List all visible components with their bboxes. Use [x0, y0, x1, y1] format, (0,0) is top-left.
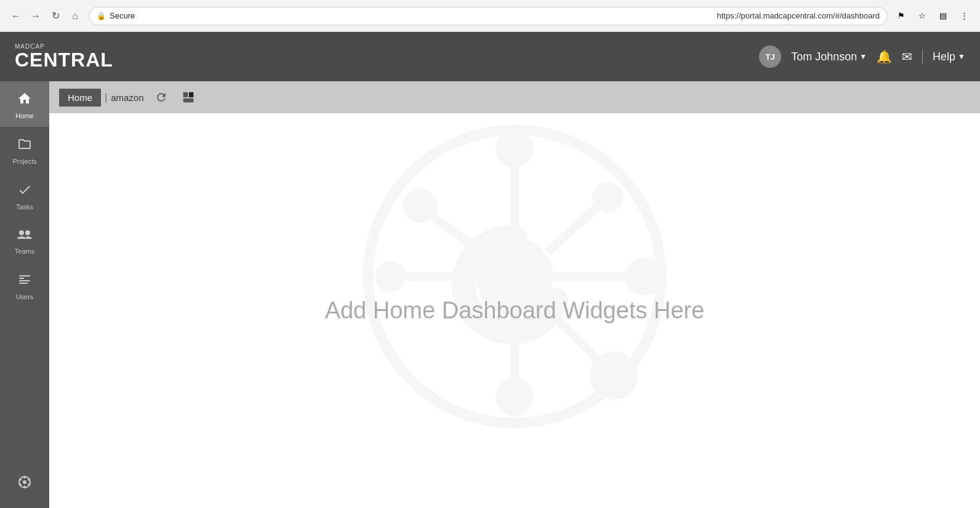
svg-point-24	[625, 257, 663, 296]
dashboard-content: Add Home Dashboard Widgets Here	[49, 113, 980, 508]
svg-point-26	[590, 351, 638, 399]
content-area: Home | amazon	[49, 81, 980, 508]
notification-bell-button[interactable]: 🔔	[877, 49, 892, 64]
svg-point-13	[19, 478, 22, 481]
sidebar-item-teams[interactable]: Teams	[0, 218, 49, 262]
svg-rect-3	[19, 278, 24, 279]
svg-point-30	[403, 188, 437, 223]
sidebar-item-home[interactable]: Home	[0, 81, 49, 127]
address-url: Secure	[110, 11, 713, 20]
svg-line-29	[433, 216, 484, 255]
sidebar-item-users[interactable]: Users	[0, 262, 49, 308]
sidebar-item-projects[interactable]: Projects	[0, 127, 49, 172]
svg-rect-2	[19, 275, 30, 276]
watermark-logo	[342, 113, 687, 449]
tasks-icon	[17, 182, 32, 201]
svg-point-12	[19, 483, 22, 486]
svg-point-20	[496, 130, 534, 168]
back-button[interactable]: ←	[7, 7, 25, 25]
user-name-label: Tom Johnson	[791, 50, 857, 63]
svg-rect-5	[19, 283, 28, 284]
bookmark-button[interactable]: ⚑	[893, 7, 910, 25]
svg-rect-14	[183, 92, 188, 97]
sidebar-projects-label: Projects	[12, 158, 37, 165]
address-url-text: https://portal.madcapcentral.com/#/dashb…	[717, 11, 880, 20]
brand-madcap: madcap	[15, 44, 113, 50]
content-header: Home | amazon	[49, 81, 980, 113]
users-icon	[17, 272, 32, 291]
svg-point-28	[496, 378, 534, 416]
svg-line-21	[547, 208, 596, 252]
browser-chrome: ← → ↻ ⌂ 🔒 Secure https://portal.madcapce…	[0, 0, 980, 32]
sidebar-tasks-label: Tasks	[16, 203, 33, 211]
brand: madcap CENTRAL	[15, 44, 113, 70]
sidebar-item-tasks[interactable]: Tasks	[0, 172, 49, 218]
edit-layout-button[interactable]	[179, 87, 198, 107]
svg-point-1	[25, 230, 30, 235]
svg-rect-16	[183, 99, 193, 103]
sidebar-teams-label: Teams	[15, 248, 34, 255]
refresh-button[interactable]	[151, 87, 171, 107]
top-nav-right: TJ Tom Johnson ▼ 🔔 ✉ Help ▼	[759, 46, 965, 68]
svg-rect-15	[188, 92, 193, 97]
sidebar-users-label: Users	[16, 293, 34, 300]
browser-nav-buttons: ← → ↻ ⌂	[7, 7, 84, 25]
svg-point-10	[28, 483, 30, 486]
svg-point-32	[375, 260, 406, 291]
svg-point-7	[23, 480, 26, 484]
address-bar[interactable]: 🔒 Secure https://portal.madcapcentral.co…	[89, 7, 888, 25]
top-navbar: madcap CENTRAL TJ Tom Johnson ▼ 🔔 ✉ Help…	[0, 32, 980, 81]
user-name-button[interactable]: Tom Johnson ▼	[791, 50, 867, 63]
svg-point-9	[28, 478, 30, 481]
svg-rect-4	[19, 280, 30, 281]
sidebar: Home Projects Tasks	[0, 81, 49, 508]
mail-button[interactable]: ✉	[902, 49, 912, 64]
svg-point-11	[23, 486, 26, 488]
nav-divider	[922, 49, 923, 64]
user-chevron-icon: ▼	[859, 52, 867, 61]
dashboard-placeholder-text: Add Home Dashboard Widgets Here	[325, 297, 705, 324]
star-button[interactable]: ☆	[914, 7, 931, 25]
home-icon	[17, 91, 32, 110]
settings-icon	[17, 475, 32, 493]
teams-icon	[17, 228, 33, 245]
svg-point-22	[592, 182, 623, 212]
home-nav-button[interactable]: ⌂	[66, 7, 84, 25]
breadcrumb: Home | amazon	[59, 89, 144, 107]
shield-button[interactable]: ▤	[934, 7, 952, 25]
projects-icon	[17, 137, 32, 155]
sidebar-bottom	[0, 465, 49, 508]
help-label: Help	[933, 50, 955, 63]
reload-button[interactable]: ↻	[47, 7, 64, 25]
menu-button[interactable]: ⋮	[955, 7, 973, 25]
sidebar-settings-item[interactable]	[0, 465, 49, 501]
brand-central: CENTRAL	[15, 50, 113, 70]
breadcrumb-separator: |	[101, 92, 111, 103]
svg-point-8	[23, 476, 26, 478]
app-container: madcap CENTRAL TJ Tom Johnson ▼ 🔔 ✉ Help…	[0, 32, 980, 508]
forward-button[interactable]: →	[27, 7, 44, 25]
svg-point-0	[19, 230, 24, 235]
help-chevron-icon: ▼	[958, 52, 965, 61]
breadcrumb-project[interactable]: amazon	[111, 92, 143, 103]
browser-actions: ⚑ ☆ ▤ ⋮	[893, 7, 973, 25]
sidebar-home-label: Home	[15, 112, 33, 119]
user-avatar: TJ	[759, 46, 781, 68]
secure-icon: 🔒	[97, 12, 106, 20]
breadcrumb-home[interactable]: Home	[59, 89, 101, 107]
help-button[interactable]: Help ▼	[933, 50, 965, 63]
main-area: Home Projects Tasks	[0, 81, 980, 508]
